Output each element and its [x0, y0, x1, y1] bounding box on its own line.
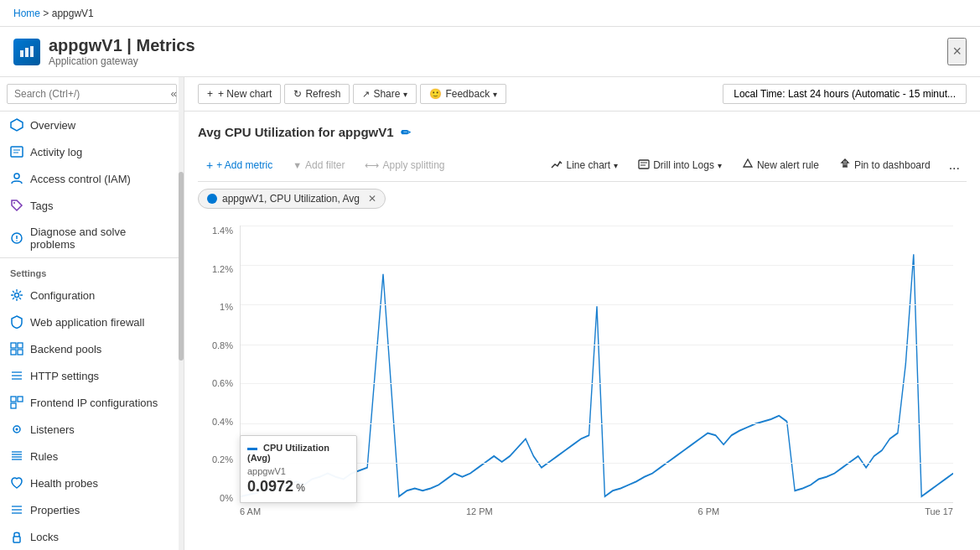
sidebar-scrollbar[interactable]: [179, 77, 184, 550]
refresh-icon: ↻: [293, 88, 302, 100]
grid-line-top: [241, 226, 953, 226]
close-button[interactable]: ×: [947, 38, 967, 65]
configuration-icon: [10, 288, 23, 302]
line-chart-button[interactable]: Line chart ▾: [542, 155, 626, 176]
splitting-icon: ⟷: [365, 159, 379, 171]
chart-area: 1.4% 1.2% 1% 0.8% 0.6% 0.4% 0.2% 0%: [198, 226, 967, 537]
sidebar-item-label-http: HTTP settings: [30, 370, 99, 382]
sidebar: « Overview Activity log Access control (…: [0, 77, 184, 550]
sidebar-item-label-frontend: Frontend IP configurations: [30, 397, 158, 409]
svg-rect-22: [11, 403, 16, 408]
page-title: appgwV1 | Metrics: [49, 36, 195, 55]
locks-icon: [10, 530, 23, 543]
sidebar-item-tags[interactable]: Tags: [0, 192, 184, 219]
sidebar-item-backend-pools[interactable]: Backend pools: [0, 335, 184, 362]
sidebar-item-label-access: Access control (IAM): [30, 173, 131, 185]
rules-svg-icon: [10, 449, 23, 463]
sidebar-item-diagnose[interactable]: Diagnose and solve problems: [0, 219, 184, 257]
add-filter-icon: ▼: [293, 160, 302, 170]
line-chart-icon: [551, 158, 563, 173]
svg-rect-13: [11, 343, 16, 348]
svg-rect-0: [20, 50, 23, 57]
svg-point-24: [16, 428, 18, 431]
x-label-3: 6 PM: [698, 506, 720, 516]
y-label-2: 1.2%: [212, 264, 233, 274]
main-layout: « Overview Activity log Access control (…: [0, 77, 980, 550]
sidebar-item-activity-log[interactable]: Activity log: [0, 138, 184, 165]
sidebar-item-locks[interactable]: Locks: [0, 523, 184, 550]
sidebar-item-label-rules: Rules: [30, 450, 58, 463]
tooltip-value-row: 0.0972 %: [247, 478, 350, 496]
share-button[interactable]: ↗ Share ▾: [353, 84, 417, 104]
rules-icon: [10, 449, 23, 463]
line-chart-label: Line chart: [566, 159, 610, 171]
breadcrumb: Home > appgwV1: [13, 8, 94, 19]
time-range-button[interactable]: Local Time: Last 24 hours (Automatic - 1…: [723, 84, 967, 104]
alert-rule-icon: [742, 158, 754, 173]
breadcrumb-home[interactable]: Home: [13, 8, 40, 19]
diagnose-svg-icon: [10, 231, 23, 245]
search-input[interactable]: [7, 84, 177, 104]
sidebar-item-label-waf: Web application firewall: [30, 316, 144, 329]
feedback-label: Feedback: [445, 88, 490, 100]
pin-dashboard-button[interactable]: Pin to dashboard: [831, 155, 939, 176]
x-label-1: 6 AM: [240, 506, 261, 516]
feedback-button[interactable]: 🙂 Feedback ▾: [420, 84, 506, 104]
more-options-button[interactable]: ...: [942, 154, 967, 176]
sidebar-item-rules[interactable]: Rules: [0, 443, 184, 470]
backend-pools-icon: [10, 342, 23, 355]
sidebar-item-configuration[interactable]: Configuration: [0, 282, 184, 309]
svg-point-7: [14, 174, 19, 179]
feedback-chevron-icon: ▾: [493, 90, 497, 99]
y-label-8: 0%: [220, 493, 233, 503]
main-toolbar: + + New chart ↻ Refresh ↗ Share ▾ 🙂 Feed…: [184, 77, 980, 112]
listeners-icon: [10, 423, 23, 436]
page-header: appgwV1 | Metrics Application gateway ×: [0, 27, 980, 77]
y-label-7: 0.2%: [212, 454, 233, 464]
sidebar-item-properties[interactable]: Properties: [0, 496, 184, 523]
chart-container: Avg CPU Utilization for appgwV1 ✏ + + Ad…: [184, 112, 980, 550]
activity-log-svg-icon: [10, 145, 23, 158]
drill-logs-button[interactable]: Drill into Logs ▾: [630, 155, 730, 176]
sidebar-item-waf[interactable]: Web application firewall: [0, 309, 184, 335]
sidebar-item-access-control[interactable]: Access control (IAM): [0, 165, 184, 192]
drill-logs-label: Drill into Logs: [653, 159, 714, 171]
alert-rule-button[interactable]: New alert rule: [734, 155, 827, 176]
refresh-label: Refresh: [305, 88, 340, 100]
refresh-button[interactable]: ↻ Refresh: [284, 84, 350, 104]
drill-logs-chevron: ▾: [718, 161, 722, 170]
chart-toolbar-right: Line chart ▾ Drill into Logs ▾: [542, 154, 967, 176]
settings-section-label: Settings: [0, 257, 184, 282]
new-chart-icon: +: [207, 88, 213, 100]
sidebar-item-frontend-ip[interactable]: Frontend IP configurations: [0, 389, 184, 416]
y-label-3: 1%: [220, 302, 233, 312]
metric-tag-close-icon[interactable]: ✕: [368, 193, 376, 205]
grid-line-2: [241, 304, 953, 305]
new-chart-label: + New chart: [218, 88, 272, 100]
chart-title-text: Avg CPU Utilization for appgwV1: [198, 125, 394, 139]
add-filter-button[interactable]: ▼ Add filter: [284, 156, 353, 174]
add-metric-button[interactable]: + + Add metric: [198, 155, 281, 175]
resource-icon: [13, 39, 40, 65]
svg-rect-21: [18, 397, 23, 402]
tooltip-label: CPU Utilization (Avg): [247, 443, 350, 463]
new-chart-button[interactable]: + + New chart: [198, 84, 281, 104]
top-bar: Home > appgwV1: [0, 0, 980, 27]
pin-dashboard-label: Pin to dashboard: [854, 159, 931, 171]
grid-line-3: [241, 345, 953, 345]
sidebar-item-health-probes[interactable]: Health probes: [0, 470, 184, 496]
apply-splitting-button[interactable]: ⟷ Apply splitting: [356, 156, 453, 174]
metric-tag-label: appgwV1, CPU Utilization, Avg: [222, 193, 360, 205]
svg-point-11: [16, 240, 17, 241]
y-label-5: 0.6%: [212, 378, 233, 388]
svg-marker-3: [11, 119, 23, 131]
sidebar-item-listeners[interactable]: Listeners: [0, 416, 184, 443]
breadcrumb-separator: >: [43, 8, 51, 19]
sidebar-item-http-settings[interactable]: HTTP settings: [0, 362, 184, 389]
chart-edit-icon[interactable]: ✏: [401, 126, 411, 139]
sidebar-item-overview[interactable]: Overview: [0, 112, 184, 138]
chart-toolbar: + + Add metric ▼ Add filter ⟷ Apply spli…: [198, 149, 967, 182]
properties-svg-icon: [10, 503, 23, 516]
listeners-svg-icon: [10, 423, 23, 436]
tags-icon: [10, 199, 23, 212]
